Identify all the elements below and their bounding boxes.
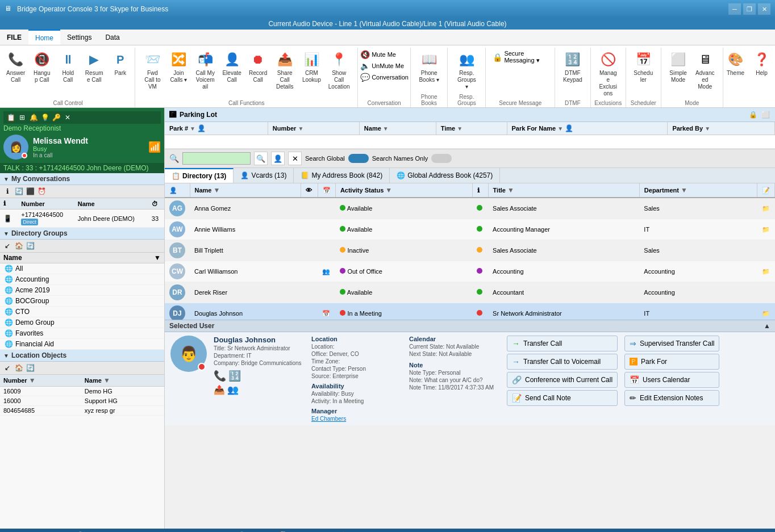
conv-toolbar-icon-4[interactable]: ⏰ [36, 186, 47, 196]
lo-toolbar-icon-2[interactable]: 🏠 [14, 363, 24, 373]
pk-col-park-for[interactable]: Park For Name ▼ 👤 [507, 122, 668, 135]
hold-call-button[interactable]: ⏸ Hold Call [56, 49, 81, 85]
dir-group-item-financial-aid[interactable]: 🌐Financial Aid [0, 339, 164, 350]
close-button[interactable]: ✕ [758, 3, 770, 15]
dir-group-filter-icon[interactable]: ▼ [154, 254, 161, 262]
pk-col-name[interactable]: Name ▼ [359, 122, 436, 135]
parking-expand-icon[interactable]: ⬜ [760, 110, 770, 120]
dir-group-item-acme[interactable]: 🌐Acme 2019 [0, 285, 164, 296]
dir-col-activity[interactable]: Activity Status ▼ [335, 183, 472, 198]
my-conversations-header[interactable]: ▼ My Conversations [0, 173, 164, 185]
tab-my-address-book[interactable]: 📒 My Address Book (842) [294, 168, 390, 183]
menu-settings[interactable]: Settings [60, 30, 98, 45]
hangup-call-button[interactable]: 📵 Hangup Call [30, 49, 55, 85]
selected-user-keypad-icon[interactable]: 🔢 [228, 370, 241, 382]
restore-button[interactable]: ❐ [743, 3, 756, 15]
tab-directory[interactable]: 📋 Directory (13) [165, 168, 234, 183]
dir-col-name[interactable]: Name ▼ [190, 183, 301, 198]
search-input[interactable] [182, 152, 251, 165]
dir-group-item-favorites[interactable]: 🌐Favorites [0, 328, 164, 339]
dir-row-anna-gomez[interactable]: AG Anna Gomez Available Sales Associate … [165, 198, 775, 219]
conversation-button[interactable]: 💬 Conversation [357, 72, 411, 83]
dir-group-item-demo-group[interactable]: 🌐Demo Group [0, 317, 164, 328]
help-button[interactable]: ❓ Help [749, 49, 774, 78]
transfer-call-voicemail-button[interactable]: → Transfer Call to Voicemail [507, 354, 618, 370]
show-call-location-button[interactable]: 📍 Show Call Location [325, 49, 353, 92]
scheduler-button[interactable]: 📅 Scheduler [631, 49, 656, 85]
dg-toolbar-icon-1[interactable]: ↙ [2, 241, 13, 251]
selected-user-group-icon[interactable]: 👥 [227, 384, 239, 395]
dir-row-annie-williams[interactable]: AW Annie Williams Available Accounting M… [165, 219, 775, 240]
dir-group-item-all[interactable]: 🌐All [0, 263, 164, 274]
edit-extension-notes-button[interactable]: ✏ Edit Extension Notes [624, 390, 719, 406]
dir-row-derek-riser[interactable]: DR Derek Riser Available Accountant Acco… [165, 282, 775, 303]
manager-link[interactable]: Ed Chambers [311, 416, 402, 422]
resume-call-button[interactable]: ▶ Resume Call [82, 49, 107, 85]
dir-row-bill-triplett[interactable]: BT Bill Triplett Inactive Sales Associat… [165, 240, 775, 261]
search-global-toggle[interactable] [348, 154, 369, 163]
lo-row-1[interactable]: 16009 Demo HG [0, 387, 164, 396]
toolbar-icon-3[interactable]: 🔔 [28, 112, 39, 123]
toolbar-icon-1[interactable]: 📋 [6, 112, 16, 123]
lo-row-2[interactable]: 16000 Support HG [0, 396, 164, 406]
dir-group-item-cto[interactable]: 🌐CTO [0, 307, 164, 317]
dir-group-item-bocgroup[interactable]: 🌐BOCGroup [0, 296, 164, 307]
dir-col-title[interactable]: Title ▼ [488, 183, 639, 198]
toolbar-icon-6[interactable]: ✕ [63, 112, 73, 123]
tab-global-address-book[interactable]: 🌐 Global Address Book (4257) [390, 168, 500, 183]
dir-group-item-accounting[interactable]: 🌐Accounting [0, 274, 164, 285]
tab-vcards[interactable]: 👤 Vcards (13) [234, 168, 294, 183]
toolbar-icon-2[interactable]: ⊞ [17, 112, 27, 123]
phone-books-button[interactable]: 📖 Phone Books ▾ [415, 49, 443, 85]
advanced-mode-button[interactable]: 🖥 Advanced Mode [692, 49, 718, 92]
transfer-call-button[interactable]: → Transfer Call [507, 336, 618, 351]
record-call-button[interactable]: ⏺ Record Call [245, 49, 270, 85]
conference-current-call-button[interactable]: 🔗 Conference with Current Call [507, 372, 618, 388]
fwd-call-to-vm-button[interactable]: 📨 Fwd Call to VM [140, 49, 165, 92]
manage-exclusions-button[interactable]: 🚫 Manage Exclusions [595, 49, 621, 99]
directory-groups-header[interactable]: ▼ Directory Groups [0, 228, 164, 240]
dir-row-carl-williamson[interactable]: CW Carl Williamson 👥 Out of Office Accou… [165, 261, 775, 282]
conv-toolbar-icon-1[interactable]: ℹ [2, 186, 13, 196]
send-call-note-button[interactable]: 📝 Send Call Note [507, 390, 618, 406]
dg-toolbar-icon-3[interactable]: 🔄 [25, 241, 35, 251]
dir-row-douglas-johnson[interactable]: DJ Douglas Johnson 📅 In a Meeting Sr Net… [165, 303, 775, 320]
crm-lookup-button[interactable]: 📊 CRM Lookup [299, 49, 324, 85]
supervised-transfer-button[interactable]: ⇒ Supervised Transfer Call [624, 336, 719, 351]
toolbar-icon-5[interactable]: 🔑 [51, 112, 61, 123]
unmute-me-button[interactable]: 🔈 UnMute Me [357, 60, 406, 72]
lo-row-3[interactable]: 804654685 xyz resp gr [0, 406, 164, 416]
selected-user-phone-icon[interactable]: 📞 [214, 370, 226, 382]
park-button[interactable]: P Park [108, 49, 133, 78]
minimize-button[interactable]: ─ [728, 3, 741, 15]
mute-me-button[interactable]: 🔇 Mute Me [357, 49, 398, 60]
park-for-button[interactable]: 🅿 Park For [624, 354, 719, 370]
pk-col-time[interactable]: Time ▼ [436, 122, 507, 135]
call-my-voicemail-button[interactable]: 📬 Call My Voicemail [192, 49, 218, 92]
search-clear-button[interactable]: ✕ [288, 152, 302, 165]
menu-home[interactable]: Home [28, 30, 60, 45]
menu-data[interactable]: Data [98, 30, 126, 45]
pk-col-park[interactable]: Park # ▼ 👤 [165, 122, 268, 135]
selected-user-transfer-icon[interactable]: 📤 [214, 384, 225, 395]
dg-toolbar-icon-2[interactable]: 🏠 [14, 241, 24, 251]
menu-file[interactable]: FILE [0, 30, 28, 45]
theme-button[interactable]: 🎨 Theme [723, 49, 748, 78]
location-objects-header[interactable]: ▼ Location Objects [0, 350, 164, 362]
selected-user-collapse-icon[interactable]: ▲ [764, 322, 770, 330]
lo-toolbar-icon-3[interactable]: 🔄 [25, 363, 35, 373]
pk-col-number[interactable]: Number ▼ [268, 122, 359, 135]
simple-mode-button[interactable]: ⬜ Simple Mode [666, 49, 691, 85]
dtmf-keypad-button[interactable]: 🔢 DTMF Keypad [560, 49, 585, 85]
resp-groups-button[interactable]: 👥 Resp. Groups ▾ [452, 49, 481, 92]
elevate-call-button[interactable]: 👤 Elevate Call [219, 49, 244, 85]
share-call-details-button[interactable]: 📤 Share Call Details [272, 49, 298, 92]
answer-call-button[interactable]: 📞 Answer Call [3, 49, 28, 85]
lo-toolbar-icon-1[interactable]: ↙ [2, 363, 13, 373]
users-calendar-button[interactable]: 📅 Users Calendar [624, 372, 719, 388]
search-names-only-toggle[interactable] [431, 154, 452, 163]
search-contacts-button[interactable]: 👤 [271, 152, 285, 165]
search-go-button[interactable]: 🔍 [254, 152, 268, 165]
toolbar-icon-4[interactable]: 💡 [40, 112, 50, 123]
pk-col-parked-by[interactable]: Parked By ▼ [668, 122, 775, 135]
